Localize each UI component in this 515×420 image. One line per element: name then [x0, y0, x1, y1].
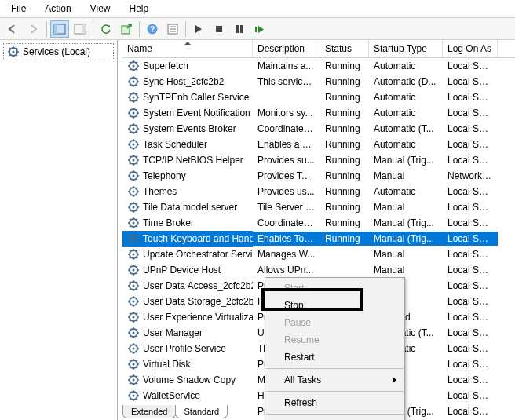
header-description[interactable]: Description [253, 40, 320, 57]
table-row[interactable]: Update Orchestrator ServiceManages W...M… [122, 247, 515, 262]
cell-startup: Automatic (D... [369, 75, 443, 89]
context-separator [266, 391, 404, 392]
context-all-tasks[interactable]: All Tasks [265, 371, 404, 389]
back-button[interactable] [4, 20, 23, 38]
gear-icon [127, 311, 140, 323]
main-area: Services (Local) Name Description Status… [0, 40, 515, 420]
table-row[interactable]: SynTPEnh Caller ServiceRunningAutomaticL… [122, 89, 515, 105]
cell-description: Enables a us... [253, 137, 320, 152]
cell-description: Coordinates... [253, 122, 320, 136]
properties-button[interactable] [163, 20, 182, 38]
cell-description: Maintains a... [253, 59, 320, 73]
cell-description: Enables Tou... [253, 232, 320, 246]
cell-name: TCP/IP NetBIOS Helper [122, 152, 253, 168]
gear-icon [127, 138, 140, 151]
show-hide-action-button[interactable] [71, 20, 89, 38]
table-row[interactable]: ThemesProvides us...RunningAutomaticLoca… [122, 184, 515, 199]
context-stop[interactable]: Stop [265, 297, 404, 314]
cell-description: Provides Tel... [253, 169, 320, 183]
context-properties[interactable]: Properties [265, 417, 404, 420]
cell-name: Superfetch [122, 58, 253, 74]
tree-pane: Services (Local) [0, 40, 118, 420]
table-row[interactable]: TelephonyProvides Tel...RunningManualNet… [122, 168, 515, 184]
context-start: Start [265, 279, 404, 297]
cell-name: Volume Shadow Copy [122, 372, 253, 388]
cell-status: Running [320, 75, 369, 89]
header-name[interactable]: Name [122, 40, 253, 57]
table-row[interactable]: TCP/IP NetBIOS HelperProvides su...Runni… [122, 152, 515, 168]
gear-icon [127, 91, 140, 104]
tree-services-local[interactable]: Services (Local) [3, 43, 114, 60]
cell-logon: Local Service [443, 263, 498, 277]
cell-name: Touch Keyboard and Hand... [122, 231, 253, 247]
table-row[interactable]: Tile Data model serverTile Server f...Ru… [122, 199, 515, 215]
table-row[interactable]: SuperfetchMaintains a...RunningAutomatic… [122, 58, 515, 74]
header-startup[interactable]: Startup Type [369, 40, 443, 57]
gear-icon [127, 248, 140, 261]
start-service-button[interactable] [189, 20, 208, 38]
cell-name: Virtual Disk [122, 356, 253, 372]
cell-name: User Manager [122, 325, 253, 341]
cell-logon: Local Syste... [443, 232, 498, 246]
cell-logon: Local Service [443, 153, 498, 167]
cell-description: Manages W... [253, 247, 320, 261]
cell-status: Running [320, 137, 369, 152]
table-row[interactable]: System Event Notification S...Monitors s… [122, 105, 515, 121]
help-button[interactable]: ? [143, 20, 162, 38]
gear-icon [127, 295, 140, 308]
header-status[interactable]: Status [320, 40, 369, 57]
gear-icon [7, 46, 20, 58]
restart-service-button[interactable] [250, 20, 269, 38]
show-hide-tree-button[interactable] [50, 20, 69, 38]
tab-extended[interactable]: Extended [122, 405, 176, 418]
menu-help[interactable]: Help [122, 2, 157, 16]
tab-standard[interactable]: Standard [175, 405, 228, 418]
pause-service-button[interactable] [230, 20, 249, 38]
menu-file[interactable]: File [3, 2, 34, 16]
cell-description: Provides us... [253, 184, 320, 199]
gear-icon [127, 107, 140, 119]
cell-startup: Manual [369, 247, 443, 261]
cell-description [253, 96, 320, 99]
table-row[interactable]: Sync Host_2cfc2b2This service ...Running… [122, 74, 515, 89]
gear-icon [127, 75, 140, 88]
cell-startup: Manual (Trig... [369, 232, 443, 246]
bottom-tabs: Extended Standard [118, 405, 227, 420]
gear-icon [127, 201, 140, 214]
cell-name: User Data Access_2cfc2b2 [122, 278, 253, 294]
gear-icon [127, 217, 140, 229]
context-refresh[interactable]: Refresh [265, 394, 404, 411]
svg-rect-21 [216, 26, 222, 32]
menu-action[interactable]: Action [37, 2, 79, 16]
cell-startup: Manual (Trig... [369, 216, 443, 230]
forward-button[interactable] [24, 20, 43, 38]
table-row[interactable]: Time BrokerCoordinates...RunningManual (… [122, 215, 515, 231]
cell-logon: Local Syste... [443, 326, 498, 340]
cell-startup: Manual [369, 169, 443, 183]
cell-startup: Automatic [369, 90, 443, 104]
header-logon[interactable]: Log On As [443, 40, 498, 57]
cell-logon: Local Syste... [443, 357, 498, 371]
table-row[interactable]: System Events BrokerCoordinates...Runnin… [122, 121, 515, 137]
cell-status: Running [320, 216, 369, 230]
gear-icon [127, 279, 140, 292]
gear-icon [127, 154, 140, 166]
export-button[interactable] [117, 20, 136, 38]
cell-name: Sync Host_2cfc2b2 [122, 74, 253, 89]
cell-name: SynTPEnh Caller Service [122, 89, 253, 105]
cell-description: This service ... [253, 75, 320, 89]
refresh-button[interactable] [97, 20, 115, 38]
cell-logon: Local Syste... [443, 106, 498, 120]
cell-logon: Local Syste... [443, 373, 498, 387]
table-row[interactable]: Touch Keyboard and Hand...Enables Tou...… [122, 231, 515, 247]
gear-icon [127, 342, 140, 355]
context-resume: Resume [265, 331, 404, 349]
cell-name: Telephony [122, 168, 253, 184]
table-row[interactable]: Task SchedulerEnables a us...RunningAuto… [122, 137, 515, 152]
cell-name: Update Orchestrator Service [122, 247, 253, 262]
stop-service-button[interactable] [210, 20, 228, 38]
menu-view[interactable]: View [82, 2, 119, 16]
table-row[interactable]: UPnP Device HostAllows UPn...ManualLocal… [122, 262, 515, 278]
cell-logon: Local Syste... [443, 75, 498, 89]
context-restart[interactable]: Restart [265, 349, 404, 366]
